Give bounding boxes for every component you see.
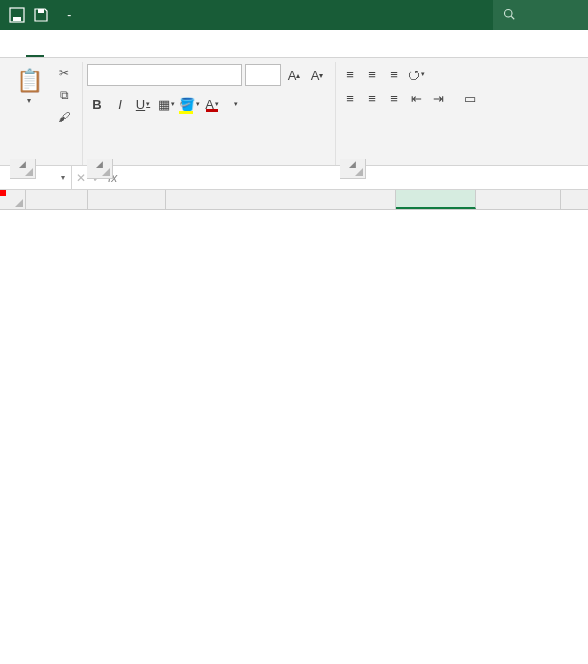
svg-rect-1 xyxy=(13,17,21,21)
group-label-alignment: ◢ xyxy=(340,159,484,163)
search-icon xyxy=(503,8,515,23)
dialog-launcher-icon[interactable]: ◢ xyxy=(87,159,113,179)
align-center-button[interactable]: ≡ xyxy=(362,88,382,108)
tab-data[interactable] xyxy=(98,47,116,57)
dialog-launcher-icon[interactable]: ◢ xyxy=(340,159,366,179)
scissors-icon: ✂ xyxy=(59,66,69,80)
decrease-font-button[interactable]: A▾ xyxy=(307,65,327,85)
group-alignment: ≡ ≡ ≡ ⭯▾ ≡ ≡ ≡ ⇤ ⇥ ▭ ◢ xyxy=(336,62,492,165)
autosave-icon[interactable] xyxy=(8,6,26,24)
tab-layout[interactable] xyxy=(62,47,80,57)
colhead-c[interactable] xyxy=(166,190,396,209)
colhead-e[interactable] xyxy=(476,190,561,209)
tab-view[interactable] xyxy=(134,47,152,57)
align-bottom-button[interactable]: ≡ xyxy=(384,64,404,84)
fill-color-button[interactable]: 🪣▾ xyxy=(179,94,199,114)
tab-pdf[interactable] xyxy=(152,47,170,57)
column-headers xyxy=(26,190,588,210)
tab-home[interactable] xyxy=(26,45,44,57)
group-clipboard: 📋 ▾ ✂ ⧉ 🖌 ◢ xyxy=(6,62,83,165)
group-font: A▴ A▾ B I U▾ ▦▾ 🪣▾ A▾ ▾ ◢ xyxy=(83,62,336,165)
copy-icon: ⧉ xyxy=(60,88,69,102)
brush-icon: 🖌 xyxy=(58,110,70,124)
tab-review[interactable] xyxy=(116,47,134,57)
cells-area[interactable] xyxy=(26,210,588,664)
group-label-clipboard: ◢ xyxy=(10,159,74,163)
orientation-button[interactable]: ⭯▾ xyxy=(406,64,426,84)
select-all-corner[interactable] xyxy=(0,190,26,210)
format-painter-button[interactable]: 🖌 xyxy=(54,108,74,126)
tab-formulas[interactable] xyxy=(80,47,98,57)
save-icon[interactable] xyxy=(32,6,50,24)
indent-icon: ⇥ xyxy=(433,91,444,106)
tab-file[interactable] xyxy=(8,47,26,57)
bold-button[interactable]: B xyxy=(87,94,107,114)
ribbon-tabs xyxy=(0,30,588,58)
outdent-icon: ⇤ xyxy=(411,91,422,106)
tab-insert[interactable] xyxy=(44,47,62,57)
underline-button[interactable]: U▾ xyxy=(133,94,153,114)
svg-point-3 xyxy=(505,9,513,17)
align-right-button[interactable]: ≡ xyxy=(384,88,404,108)
chevron-down-icon: ▾ xyxy=(27,96,31,105)
search-box[interactable] xyxy=(493,0,588,30)
svg-rect-2 xyxy=(38,9,44,13)
font-color-button[interactable]: A▾ xyxy=(202,94,222,114)
paste-icon: 📋 xyxy=(16,68,43,94)
wrap-text-button[interactable] xyxy=(456,64,484,84)
align-left-icon: ≡ xyxy=(346,91,354,106)
align-bottom-icon: ≡ xyxy=(390,67,398,82)
align-middle-button[interactable]: ≡ xyxy=(362,64,382,84)
font-size-select[interactable] xyxy=(245,64,281,86)
group-label-font: ◢ xyxy=(87,159,327,163)
phonetic-button[interactable]: ▾ xyxy=(225,94,245,114)
copy-button[interactable]: ⧉ xyxy=(54,86,74,104)
border-icon: ▦ xyxy=(158,97,170,112)
align-top-button[interactable]: ≡ xyxy=(340,64,360,84)
title-bar: - xyxy=(0,0,588,30)
italic-button[interactable]: I xyxy=(110,94,130,114)
decrease-indent-button[interactable]: ⇤ xyxy=(406,88,426,108)
colhead-b[interactable] xyxy=(88,190,166,209)
paste-button[interactable]: 📋 ▾ xyxy=(10,64,48,105)
colhead-d[interactable] xyxy=(396,190,476,209)
spreadsheet-grid[interactable] xyxy=(0,190,588,664)
align-top-icon: ≡ xyxy=(346,67,354,82)
align-right-icon: ≡ xyxy=(390,91,398,106)
merge-icon: ▭ xyxy=(464,91,476,106)
border-button[interactable]: ▦▾ xyxy=(156,94,176,114)
colhead-a[interactable] xyxy=(26,190,88,209)
ribbon: 📋 ▾ ✂ ⧉ 🖌 ◢ A▴ A▾ B I xyxy=(0,58,588,166)
cut-button[interactable]: ✂ xyxy=(54,64,74,82)
chevron-down-icon: ▾ xyxy=(61,173,65,182)
document-title: - xyxy=(64,8,75,22)
orientation-icon: ⭯ xyxy=(407,67,420,82)
font-name-select[interactable] xyxy=(87,64,242,86)
align-left-button[interactable]: ≡ xyxy=(340,88,360,108)
svg-line-4 xyxy=(511,16,514,19)
dialog-launcher-icon[interactable]: ◢ xyxy=(10,159,36,179)
increase-font-button[interactable]: A▴ xyxy=(284,65,304,85)
increase-indent-button[interactable]: ⇥ xyxy=(428,88,448,108)
cancel-icon[interactable]: ✕ xyxy=(76,171,86,185)
align-center-icon: ≡ xyxy=(368,91,376,106)
align-middle-icon: ≡ xyxy=(368,67,376,82)
bucket-icon: 🪣 xyxy=(179,97,195,112)
merge-button[interactable]: ▭ xyxy=(456,88,484,108)
